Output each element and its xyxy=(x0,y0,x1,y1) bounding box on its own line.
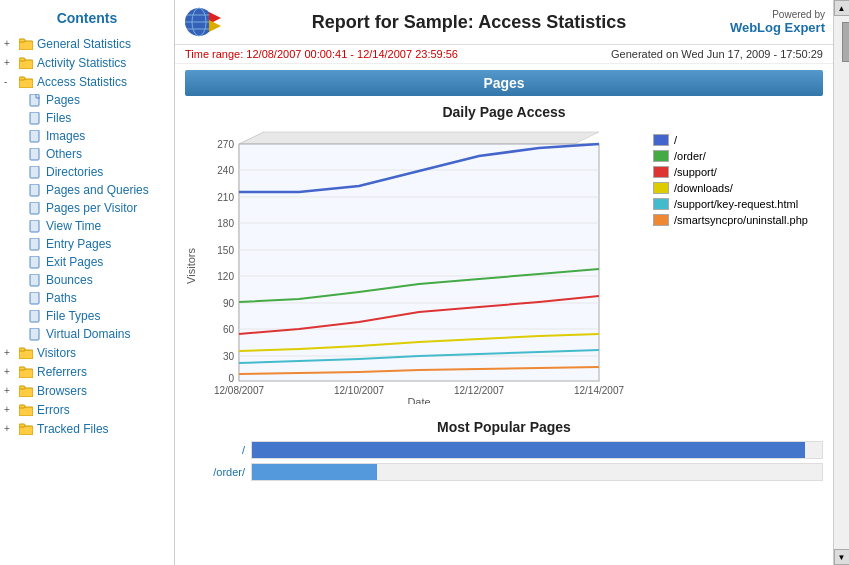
svg-rect-18 xyxy=(30,310,39,322)
sidebar-item-images[interactable]: Images xyxy=(0,127,174,145)
svg-rect-14 xyxy=(30,238,39,250)
legend-label-downloads: /downloads/ xyxy=(674,182,733,194)
sidebar-item-paths[interactable]: Paths xyxy=(0,289,174,307)
scroll-thumb[interactable] xyxy=(842,22,850,62)
page-icon xyxy=(28,184,42,196)
sidebar-item-pages-visitor[interactable]: Pages per Visitor xyxy=(0,199,174,217)
scroll-down-button[interactable]: ▼ xyxy=(834,549,850,565)
svg-rect-19 xyxy=(30,328,39,340)
sidebar-item-activity-statistics[interactable]: + Activity Statistics xyxy=(0,54,174,72)
sidebar-group-tracked: + Tracked Files xyxy=(0,420,174,438)
sidebar-item-tracked-files[interactable]: + Tracked Files xyxy=(0,420,174,438)
time-range-text: Time range: 12/08/2007 00:00:41 - 12/14/… xyxy=(185,48,458,60)
expand-icon: + xyxy=(4,366,16,378)
scrollbar-right[interactable]: ▲ ▼ xyxy=(833,0,849,565)
svg-text:120: 120 xyxy=(217,271,234,282)
svg-rect-9 xyxy=(30,148,39,160)
sidebar-item-others[interactable]: Others xyxy=(0,145,174,163)
sidebar-item-bounces[interactable]: Bounces xyxy=(0,271,174,289)
page-icon xyxy=(28,292,42,304)
bar-track-order xyxy=(251,463,823,481)
svg-rect-39 xyxy=(239,144,599,381)
svg-rect-3 xyxy=(19,58,25,61)
bar-row-order: /order/ xyxy=(185,463,823,481)
page-icon xyxy=(28,310,42,322)
svg-rect-16 xyxy=(30,274,39,286)
sidebar-item-files[interactable]: Files xyxy=(0,109,174,127)
page-icon xyxy=(28,166,42,178)
svg-rect-8 xyxy=(30,130,39,142)
sidebar-label-general: General Statistics xyxy=(37,37,131,51)
popular-pages-title: Most Popular Pages xyxy=(185,419,823,435)
sidebar-item-directories[interactable]: Directories xyxy=(0,163,174,181)
bar-label-order[interactable]: /order/ xyxy=(185,466,245,478)
folder-icon xyxy=(18,347,34,359)
legend-item-order: /order/ xyxy=(653,150,823,162)
legend-color-support xyxy=(653,166,669,178)
svg-rect-10 xyxy=(30,166,39,178)
sidebar-item-view-time[interactable]: View Time xyxy=(0,217,174,235)
legend-item-key-request: /support/key-request.html xyxy=(653,198,823,210)
report-title: Report for Sample: Access Statistics xyxy=(223,12,715,33)
generated-text: Generated on Wed Jun 17, 2009 - 17:50:29 xyxy=(611,48,823,60)
sidebar-item-general-statistics[interactable]: + General Statistics xyxy=(0,35,174,53)
legend-item-uninstall: /smartsyncpro/uninstall.php xyxy=(653,214,823,226)
time-range-bar: Time range: 12/08/2007 00:00:41 - 12/14/… xyxy=(175,45,833,64)
sidebar-item-browsers[interactable]: + Browsers xyxy=(0,382,174,400)
sidebar-group-referrers: + Referrers xyxy=(0,363,174,381)
sidebar-group-errors: + Errors xyxy=(0,401,174,419)
page-icon xyxy=(28,148,42,160)
sidebar-group-activity: + Activity Statistics xyxy=(0,54,174,72)
page-icon xyxy=(28,256,42,268)
folder-icon xyxy=(18,366,34,378)
expand-icon: + xyxy=(4,38,16,50)
svg-marker-36 xyxy=(209,20,221,32)
weblog-expert-link[interactable]: WebLog Expert xyxy=(715,20,825,35)
sidebar-group-browsers: + Browsers xyxy=(0,382,174,400)
legend-label-root: / xyxy=(674,134,677,146)
page-icon xyxy=(28,130,42,142)
legend-color-order xyxy=(653,150,669,162)
sidebar-item-exit-pages[interactable]: Exit Pages xyxy=(0,253,174,271)
legend-label-uninstall: /smartsyncpro/uninstall.php xyxy=(674,214,808,226)
powered-by-label: Powered by xyxy=(715,9,825,20)
sidebar-item-visitors[interactable]: + Visitors xyxy=(0,344,174,362)
logo-area xyxy=(183,4,223,40)
chart-area: Visitors xyxy=(185,124,823,407)
svg-rect-7 xyxy=(30,112,39,124)
svg-text:240: 240 xyxy=(217,165,234,176)
sidebar-item-pages[interactable]: Pages xyxy=(0,91,174,109)
bar-label-root[interactable]: / xyxy=(185,444,245,456)
legend-color-key-request xyxy=(653,198,669,210)
expand-icon-access: - xyxy=(4,76,16,88)
sidebar-item-virtual-domains[interactable]: Virtual Domains xyxy=(0,325,174,343)
popular-section: Most Popular Pages / /order/ xyxy=(185,419,823,485)
folder-icon xyxy=(18,404,34,416)
svg-text:270: 270 xyxy=(217,139,234,150)
svg-rect-29 xyxy=(19,424,25,427)
sidebar-item-errors[interactable]: + Errors xyxy=(0,401,174,419)
sidebar-item-file-types[interactable]: File Types xyxy=(0,307,174,325)
svg-text:60: 60 xyxy=(223,324,235,335)
chart-title: Daily Page Access xyxy=(185,104,823,120)
sidebar-item-pages-queries[interactable]: Pages and Queries xyxy=(0,181,174,199)
scroll-up-button[interactable]: ▲ xyxy=(834,0,850,16)
svg-text:12/12/2007: 12/12/2007 xyxy=(454,385,504,396)
folder-icon xyxy=(18,385,34,397)
expand-icon: + xyxy=(4,404,16,416)
sidebar-group-visitors: + Visitors xyxy=(0,344,174,362)
sidebar-item-entry-pages[interactable]: Entry Pages xyxy=(0,235,174,253)
sidebar-title: Contents xyxy=(0,4,174,34)
sidebar: Contents + General Statistics + Activity… xyxy=(0,0,175,565)
page-icon xyxy=(28,112,42,124)
legend-color-uninstall xyxy=(653,214,669,226)
sidebar-group-general: + General Statistics xyxy=(0,35,174,53)
svg-text:0: 0 xyxy=(228,373,234,384)
bar-track-root xyxy=(251,441,823,459)
sidebar-item-referrers[interactable]: + Referrers xyxy=(0,363,174,381)
svg-rect-12 xyxy=(30,202,39,214)
app-logo-icon xyxy=(183,4,223,40)
expand-icon: + xyxy=(4,57,16,69)
sidebar-item-access-statistics[interactable]: - Access Statistics xyxy=(0,73,174,91)
folder-icon xyxy=(18,38,34,50)
